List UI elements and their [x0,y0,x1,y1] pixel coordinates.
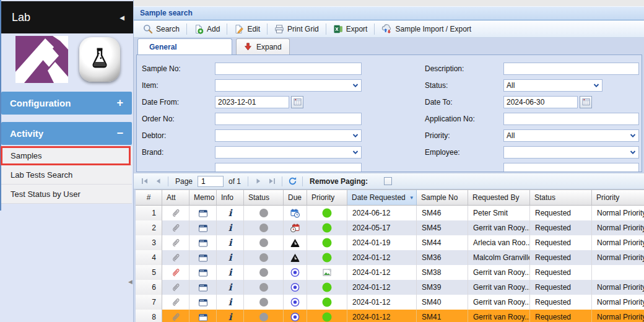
sample-no-input[interactable] [215,63,362,75]
attachment-paperclip-icon[interactable] [162,265,189,280]
remove-paging-checkbox[interactable] [384,177,392,185]
info-icon[interactable]: i [217,280,244,295]
calendar-picker-button[interactable] [580,96,592,108]
cell-sample-no: SM36 [417,250,468,265]
info-icon[interactable]: i [217,310,244,322]
clipped-field[interactable] [215,163,362,173]
results-grid: # Att Memo Info Status Due Priority Date… [134,189,644,322]
grid-row[interactable]: 1i2024-06-12SM46Peter SmitRequestedNorma… [136,206,644,220]
memo-icon[interactable] [189,295,217,310]
date-from-input[interactable] [215,96,289,108]
memo-icon[interactable] [189,206,217,220]
attachment-paperclip-icon[interactable] [162,295,189,310]
last-page-button[interactable] [266,176,277,187]
page-number-input[interactable] [198,176,224,187]
memo-icon[interactable] [189,280,217,295]
brand-combo[interactable] [215,146,362,159]
attachment-paperclip-icon[interactable] [162,310,189,322]
search-button[interactable]: Search [139,23,184,35]
grid-row[interactable]: 8i2024-01-12SM41Gerrit van Rooy...Reques… [136,310,644,322]
next-page-button[interactable] [253,176,264,187]
lab-flask-logo[interactable] [79,37,120,82]
priority-combo[interactable] [503,129,639,142]
column-header-memo[interactable]: Memo [189,189,217,206]
cell-requested-by: Gerrit van Rooy... [468,310,530,322]
column-header-priority-icon[interactable]: Priority [307,189,347,206]
grid-row[interactable]: 7i2024-01-12SM40Gerrit van Rooy...Reques… [136,295,644,310]
toolbar-separator [326,24,326,35]
column-header-att[interactable]: Att [162,189,189,206]
panel-titlebar: Sample search [134,6,644,20]
priority-icon [307,310,347,322]
sidebar-item-lab-tests-search[interactable]: Lab Tests Search [1,165,132,185]
splitter-collapse-icon[interactable]: ◀ [128,279,133,285]
grid-row[interactable]: 5i2024-01-12SM38Gerrit van Rooy...Reques… [136,265,644,280]
column-header-status[interactable]: Status [530,189,592,206]
date-to-input[interactable] [503,96,578,108]
memo-icon[interactable] [189,310,217,322]
application-no-input[interactable] [503,113,639,125]
info-icon[interactable]: i [217,220,244,235]
print-grid-button[interactable]: Print Grid [270,23,323,35]
cell-priority: Normal Priority [592,250,644,265]
attachment-paperclip-icon[interactable] [162,206,189,220]
info-icon[interactable]: i [217,250,244,265]
item-combo[interactable] [215,79,362,92]
info-icon[interactable]: i [217,265,244,280]
attachment-paperclip-icon[interactable] [162,235,189,250]
grid-row[interactable]: 2i2024-05-17SM45Gerrit van Rooy...Reques… [136,220,644,235]
expand-button[interactable]: Expand [236,38,290,54]
memo-icon[interactable] [189,250,217,265]
attachment-paperclip-icon[interactable] [162,220,189,235]
info-icon[interactable]: i [217,206,244,220]
cell-priority: Normal Priority [592,235,644,250]
prev-page-button[interactable] [152,176,163,187]
grid-row[interactable]: 6i2024-01-12SM39Gerrit van Rooy...Reques… [136,280,644,295]
tab-general[interactable]: General [137,38,232,54]
sidebar-section-configuration[interactable]: Configuration + [1,92,132,115]
column-header-requested-by[interactable]: Requested By [468,189,530,206]
sidebar-item-test-status-by-user[interactable]: Test Status by User [1,185,132,204]
flask-icon [89,47,111,72]
info-icon[interactable]: i [217,235,244,250]
memo-icon[interactable] [189,265,217,280]
clipped-field[interactable] [503,163,639,173]
column-header-info[interactable]: Info [217,189,244,206]
memo-icon[interactable] [189,235,217,250]
sidebar-item-samples[interactable]: Samples [1,146,132,165]
column-header-sample-no[interactable]: Sample No [417,189,468,206]
memo-icon[interactable] [189,220,217,235]
row-number: 3 [136,235,162,250]
sidebar-section-activity[interactable]: Activity − [1,122,132,145]
edit-button[interactable]: Edit [230,23,264,35]
sample-import-export-button[interactable]: Sample Import / Export [377,23,476,35]
column-header-status-icon[interactable]: Status [244,189,284,206]
chevron-down-icon [350,133,361,138]
toolbar-separator [267,24,268,35]
status-combo[interactable] [503,79,603,92]
attachment-paperclip-icon[interactable] [162,280,189,295]
status-circle-icon [244,235,284,250]
column-header-date-requested[interactable]: Date Requested▼ [347,189,417,206]
attachment-paperclip-icon[interactable] [162,250,189,265]
column-header-due[interactable]: Due [284,189,307,206]
status-circle-icon [244,220,284,235]
cell-date-requested: 2024-01-19 [347,235,417,250]
add-button[interactable]: Add [189,23,224,35]
export-button[interactable]: Export [329,23,372,35]
order-no-input[interactable] [215,113,362,125]
employee-combo[interactable] [503,146,639,159]
status-circle-icon [244,265,284,280]
column-header-priority[interactable]: Priority [592,189,644,206]
refresh-icon[interactable] [287,176,298,187]
info-icon[interactable]: i [217,295,244,310]
calendar-picker-button[interactable] [291,96,303,108]
description-input[interactable] [503,63,639,75]
column-header-row-number[interactable]: # [136,189,162,206]
sidebar-collapse-icon[interactable]: ◀ [120,14,124,21]
grid-row[interactable]: 4i2024-01-12SM36Malcolm GranvilleRequest… [136,250,644,265]
first-page-button[interactable] [139,176,150,187]
grid-row[interactable]: 3i2024-01-19SM44Arlecia van Roo...Reques… [136,235,644,250]
debtor-combo[interactable] [215,129,362,142]
field-label: Status: [425,81,503,90]
